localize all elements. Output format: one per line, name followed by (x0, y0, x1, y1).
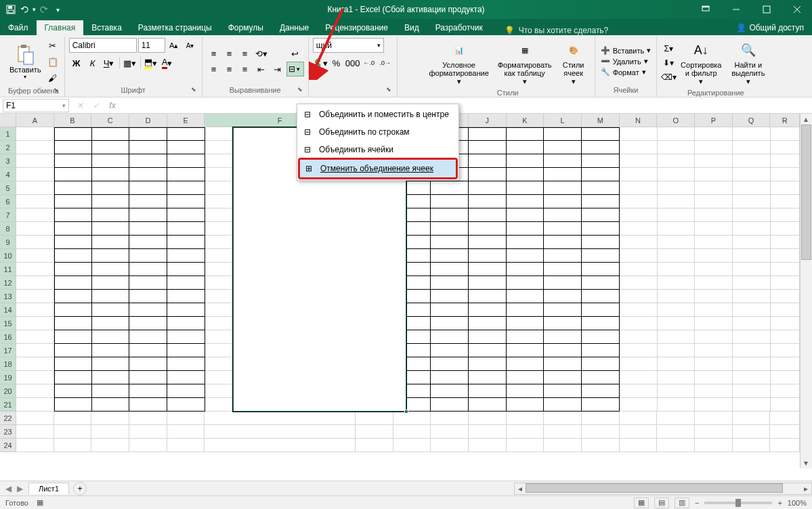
tab-insert[interactable]: Вставка (83, 20, 130, 35)
tab-home[interactable]: Главная (37, 20, 84, 35)
align-middle-icon[interactable]: ≡ (222, 46, 237, 61)
tab-developer[interactable]: Разработчик (427, 20, 491, 35)
tab-review[interactable]: Рецензирование (317, 20, 396, 35)
paste-button[interactable]: Вставить ▾ (7, 43, 44, 81)
find-select-button[interactable]: 🔍Найти и выделить▾ (726, 38, 770, 87)
clipboard-launcher-icon[interactable]: ⬊ (52, 87, 60, 95)
delete-cells-button[interactable]: ➖Удалить▾ (599, 56, 653, 66)
page-break-view-icon[interactable]: ▥ (675, 497, 689, 508)
col-header-A[interactable]: A (16, 114, 54, 127)
cut-icon[interactable]: ✂ (45, 38, 60, 53)
vertical-scrollbar[interactable]: ▴ ▾ (800, 114, 812, 468)
autosum-icon[interactable]: Σ▾ (661, 42, 676, 56)
hscroll-right-icon[interactable]: ▸ (800, 483, 811, 494)
hscroll-left-icon[interactable]: ◂ (515, 483, 526, 494)
zoom-in-icon[interactable]: + (777, 499, 782, 507)
col-header-P[interactable]: P (695, 114, 733, 127)
add-sheet-button[interactable]: + (73, 482, 87, 495)
row-header-4[interactable]: 4 (0, 168, 16, 181)
sheet-tab-1[interactable]: Лист1 (28, 483, 69, 494)
tab-layout[interactable]: Разметка страницы (130, 20, 220, 35)
fill-color-icon[interactable]: ⬒▾ (144, 56, 158, 70)
tab-view[interactable]: Вид (396, 20, 427, 35)
merge-center-item[interactable]: ⊟ Объединить и поместить в центре (299, 106, 457, 123)
format-painter-icon[interactable]: 🖌 (45, 70, 60, 85)
tab-formulas[interactable]: Формулы (220, 20, 272, 35)
page-layout-view-icon[interactable]: ▤ (654, 497, 669, 508)
col-header-J[interactable]: J (469, 114, 507, 127)
underline-icon[interactable]: Ч▾ (102, 56, 116, 70)
scroll-up-icon[interactable]: ▴ (800, 114, 811, 125)
row-header-9[interactable]: 9 (0, 236, 16, 249)
alignment-launcher-icon[interactable]: ⬊ (296, 86, 304, 94)
font-launcher-icon[interactable]: ⬊ (190, 86, 198, 94)
fx-icon[interactable]: fx (104, 99, 121, 112)
zoom-slider[interactable] (704, 502, 772, 504)
row-header-1[interactable]: 1 (0, 127, 16, 141)
row-header-6[interactable]: 6 (0, 195, 16, 208)
cell-styles-button[interactable]: 🎨Стили ячеек▾ (557, 38, 591, 87)
sheet-nav-last-icon[interactable]: ▶ (17, 484, 23, 493)
currency-icon[interactable]: 💲▾ (313, 56, 328, 70)
sheet-nav-first-icon[interactable]: ◀ (5, 484, 12, 493)
percent-icon[interactable]: % (329, 56, 344, 70)
decrease-indent-icon[interactable]: ⇤ (254, 62, 269, 76)
decrease-decimal-icon[interactable]: .0→ (378, 56, 393, 70)
cancel-formula-icon[interactable]: ✕ (72, 99, 88, 112)
formula-input[interactable] (121, 99, 812, 112)
row-header-18[interactable]: 18 (0, 357, 16, 371)
col-header-M[interactable]: M (582, 114, 620, 127)
row-header-24[interactable]: 24 (0, 439, 16, 452)
row-header-16[interactable]: 16 (0, 330, 16, 344)
col-header-N[interactable]: N (620, 114, 658, 127)
clear-icon[interactable]: ⌫▾ (661, 70, 676, 84)
row-header-10[interactable]: 10 (0, 249, 16, 263)
col-header-L[interactable]: L (544, 114, 582, 127)
orientation-icon[interactable]: ⟲▾ (254, 46, 269, 61)
thousands-icon[interactable]: 000 (345, 56, 360, 70)
align-left-icon[interactable]: ≡ (207, 62, 221, 76)
align-bottom-icon[interactable]: ≡ (238, 46, 253, 61)
increase-font-icon[interactable]: A▴ (167, 38, 181, 53)
undo-icon[interactable] (19, 4, 30, 15)
normal-view-icon[interactable]: ▦ (634, 497, 649, 508)
scroll-down-icon[interactable]: ▾ (800, 458, 811, 468)
row-header-22[interactable]: 22 (0, 412, 16, 425)
conditional-format-button[interactable]: 📊Условное форматирование▾ (425, 38, 493, 87)
name-box[interactable]: F1▾ (3, 99, 69, 112)
col-header-D[interactable]: D (129, 114, 167, 127)
unmerge-item[interactable]: ⊞ Отменить объединение ячеек (300, 160, 456, 177)
zoom-value[interactable]: 100% (788, 499, 807, 507)
copy-icon[interactable]: 📋 (45, 54, 60, 69)
share-button[interactable]: 👤 Общий доступ (728, 20, 812, 35)
format-cells-button[interactable]: 🔧Формат▾ (599, 67, 653, 77)
col-header-B[interactable]: B (54, 114, 92, 127)
row-header-19[interactable]: 19 (0, 371, 16, 384)
row-header-12[interactable]: 12 (0, 276, 16, 290)
row-header-2[interactable]: 2 (0, 141, 16, 154)
close-icon[interactable] (782, 0, 812, 19)
row-header-8[interactable]: 8 (0, 222, 16, 236)
col-header-E[interactable]: E (167, 114, 205, 127)
row-header-21[interactable]: 21 (0, 398, 16, 412)
row-header-5[interactable]: 5 (0, 181, 16, 195)
row-header-15[interactable]: 15 (0, 317, 16, 330)
font-size-select[interactable] (138, 38, 165, 53)
row-header-14[interactable]: 14 (0, 303, 16, 317)
col-header-O[interactable]: O (657, 114, 695, 127)
col-header-Q[interactable]: Q (733, 114, 771, 127)
font-name-select[interactable] (69, 38, 137, 53)
increase-indent-icon[interactable]: ⇥ (270, 62, 285, 76)
fill-handle[interactable] (404, 410, 408, 414)
tab-data[interactable]: Данные (272, 20, 317, 35)
select-all-corner[interactable] (0, 114, 16, 127)
ribbon-options-icon[interactable] (690, 0, 721, 19)
wrap-text-icon[interactable]: ↩ (286, 46, 304, 61)
border-icon[interactable]: ▦▾ (123, 56, 137, 70)
row-header-3[interactable]: 3 (0, 154, 16, 168)
align-center-icon[interactable]: ≡ (222, 62, 237, 76)
row-header-20[interactable]: 20 (0, 384, 16, 398)
row-header-13[interactable]: 13 (0, 290, 16, 303)
bold-icon[interactable]: Ж (69, 56, 84, 70)
tab-file[interactable]: Файл (0, 20, 37, 35)
